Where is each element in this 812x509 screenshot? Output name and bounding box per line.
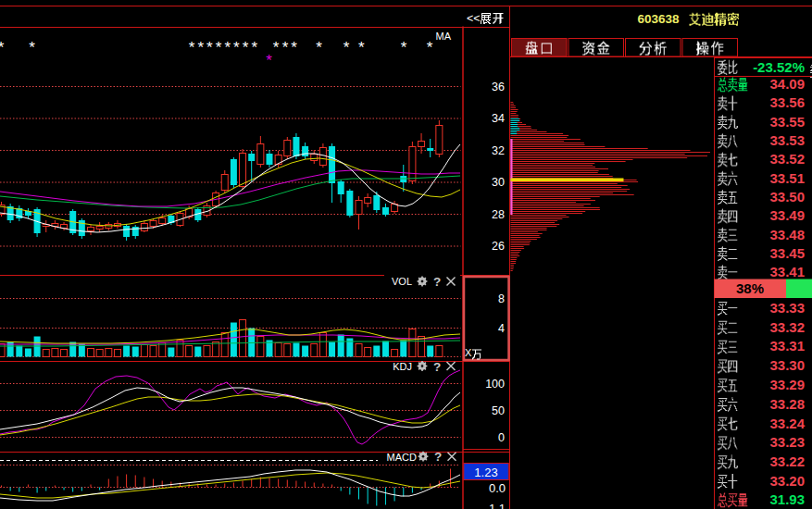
svg-text:0.0: 0.0	[489, 481, 506, 495]
svg-text:MACD: MACD	[387, 452, 417, 463]
svg-text:28: 28	[492, 208, 505, 221]
svg-text:26: 26	[492, 240, 505, 253]
svg-text:50: 50	[492, 404, 505, 417]
svg-text:*: *	[266, 52, 272, 69]
svg-text:?: ?	[434, 450, 442, 464]
svg-text:36: 36	[492, 81, 505, 93]
svg-text:*: *	[358, 39, 365, 56]
svg-text:4: 4	[498, 322, 505, 335]
svg-text:33.33: 33.33	[769, 300, 805, 316]
svg-text:33.31: 33.31	[769, 338, 805, 354]
svg-text:33.30: 33.30	[769, 357, 805, 373]
svg-text:1.23: 1.23	[474, 466, 497, 479]
svg-text:33.24: 33.24	[769, 416, 805, 431]
svg-text:*: *	[233, 39, 240, 56]
svg-text:38%: 38%	[736, 280, 764, 296]
svg-text:33.23: 33.23	[769, 434, 805, 450]
svg-text:33.51: 33.51	[769, 170, 805, 186]
svg-text:*: *	[344, 39, 350, 56]
svg-text:X: X	[465, 347, 472, 358]
svg-text:*: *	[216, 39, 222, 56]
svg-text:33.45: 33.45	[769, 245, 805, 261]
svg-text:33.55: 33.55	[769, 114, 805, 130]
svg-text:?: ?	[433, 360, 441, 374]
svg-text:*: *	[197, 39, 204, 56]
svg-text:*: *	[206, 39, 213, 56]
svg-text:-23.52%: -23.52%	[753, 59, 805, 75]
svg-text:33.20: 33.20	[769, 473, 805, 489]
svg-text:KDJ: KDJ	[393, 361, 412, 372]
svg-text:30: 30	[492, 176, 505, 189]
svg-text:8: 8	[498, 292, 505, 305]
svg-text:100: 100	[485, 378, 505, 391]
svg-text:0: 0	[498, 431, 505, 444]
svg-text:32: 32	[492, 144, 505, 157]
svg-text:<<: <<	[467, 12, 481, 25]
svg-text:33.49: 33.49	[769, 207, 805, 223]
svg-text:*: *	[243, 39, 249, 56]
svg-text:603638: 603638	[638, 12, 681, 26]
svg-text:*: *	[316, 39, 322, 56]
svg-text:*: *	[0, 39, 5, 56]
svg-text:*: *	[251, 39, 257, 56]
svg-text:*: *	[401, 39, 407, 56]
svg-text:*: *	[427, 39, 433, 56]
svg-text:34: 34	[492, 112, 505, 125]
svg-text:MA: MA	[436, 31, 452, 42]
svg-text:*: *	[291, 39, 297, 56]
svg-text:-1.1: -1.1	[485, 502, 506, 509]
svg-text:33.56: 33.56	[769, 94, 805, 110]
svg-text:33.52: 33.52	[769, 151, 805, 167]
svg-text:VOL: VOL	[392, 276, 412, 287]
svg-text:33.28: 33.28	[769, 396, 805, 412]
svg-text:*: *	[282, 39, 289, 56]
svg-text:33.48: 33.48	[769, 227, 805, 242]
svg-text:33.50: 33.50	[769, 189, 805, 205]
svg-text:33.22: 33.22	[769, 453, 805, 469]
svg-text:?: ?	[433, 275, 441, 289]
svg-text:33.53: 33.53	[769, 132, 805, 148]
svg-text:33.41: 33.41	[769, 264, 805, 279]
svg-text:33.32: 33.32	[769, 319, 805, 335]
svg-text:*: *	[29, 39, 35, 56]
svg-text:33.29: 33.29	[769, 377, 805, 392]
svg-text:*: *	[189, 39, 195, 56]
svg-text:31.93: 31.93	[769, 491, 805, 507]
svg-text:34.09: 34.09	[769, 76, 805, 92]
svg-text:*: *	[273, 39, 280, 56]
svg-text:*: *	[224, 39, 231, 56]
